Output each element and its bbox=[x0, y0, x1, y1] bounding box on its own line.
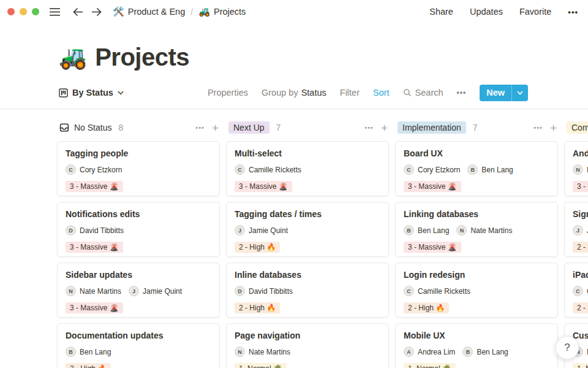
breadcrumb-separator: / bbox=[190, 7, 193, 17]
priority-tag: 2 - High 🔥 bbox=[66, 363, 111, 368]
priority-row: 2 - High 🔥 bbox=[404, 302, 549, 313]
column-add-button[interactable]: + bbox=[381, 122, 388, 134]
zoom-window-button[interactable] bbox=[32, 8, 39, 15]
priority-row: 3 - Massive 🌋 bbox=[404, 180, 549, 192]
priority-row: 3 - Massive 🌋 bbox=[66, 180, 211, 192]
favorite-button[interactable]: Favorite bbox=[519, 7, 551, 17]
column-name: Implementation bbox=[398, 121, 466, 134]
new-dropdown-button[interactable] bbox=[512, 91, 528, 95]
sort-button[interactable]: Sort bbox=[373, 88, 390, 98]
board-card[interactable]: Tagging peopleCCory Etzkorn3 - Massive 🌋 bbox=[57, 141, 220, 196]
board-card[interactable]: Sidebar updatesNNate MartinsJJamie Quint… bbox=[57, 263, 220, 318]
view-controls: Properties Group by Status Filter Sort S… bbox=[208, 85, 528, 101]
breadcrumb-label: Product & Eng bbox=[128, 7, 186, 17]
board-card[interactable]: Board UXCCory EtzkornBBen Lang3 - Massiv… bbox=[395, 141, 558, 196]
board-card[interactable]: Page navigationNNate Martins1- Normal 🌴 bbox=[226, 323, 389, 368]
group-by-button[interactable]: Group by Status bbox=[262, 88, 326, 98]
column-more-button[interactable]: ••• bbox=[364, 124, 374, 131]
column-add-button[interactable]: + bbox=[550, 122, 557, 134]
card-title: Sign in flow bbox=[573, 209, 588, 219]
kanban-board: No Status8•••+Tagging peopleCCory Etzkor… bbox=[0, 109, 588, 368]
board-card[interactable]: iPad appCCamille Ricketts2 - High 🔥 bbox=[564, 263, 588, 318]
card-assignees: CCamille Ricketts bbox=[404, 286, 549, 296]
forward-icon[interactable] bbox=[89, 5, 103, 18]
share-button[interactable]: Share bbox=[429, 7, 453, 17]
card-assignees: CCory Etzkorn bbox=[66, 164, 211, 175]
view-more-icon[interactable]: ••• bbox=[457, 88, 467, 97]
card-assignees: JJamie Quint bbox=[573, 225, 588, 236]
board-card[interactable]: Sign in flowJJamie Quint2 - High 🔥 bbox=[564, 202, 588, 257]
minimize-window-button[interactable] bbox=[20, 8, 27, 15]
priority-row: 2 - High 🔥 bbox=[66, 362, 211, 368]
avatar: D bbox=[235, 286, 245, 296]
board-card[interactable]: Linking databasesBBen LangNNate Martins3… bbox=[395, 202, 558, 257]
board-card[interactable]: Notifications editsDDavid Tibbitts3 - Ma… bbox=[57, 202, 220, 257]
column-more-button[interactable]: ••• bbox=[195, 124, 205, 131]
card-title: iPad app bbox=[573, 270, 588, 280]
page-title: Projects bbox=[95, 44, 189, 71]
card-title: Android app bbox=[573, 148, 588, 158]
assignee: JJamie Quint bbox=[573, 225, 588, 236]
help-button[interactable]: ? bbox=[556, 336, 579, 359]
avatar: C bbox=[404, 286, 414, 296]
card-assignees: DDavid Tibbitts bbox=[66, 225, 211, 236]
priority-tag: 1- Normal 🌴 bbox=[573, 363, 588, 368]
board-card[interactable]: Inline databasesDDavid Tibbitts2 - High … bbox=[226, 263, 389, 318]
assignee-name: Camille Ricketts bbox=[249, 166, 301, 174]
assignee: DDavid Tibbitts bbox=[235, 286, 293, 296]
avatar: C bbox=[66, 164, 76, 175]
breadcrumb-item-page[interactable]: 🚜 Projects bbox=[198, 6, 246, 17]
avatar: C bbox=[235, 164, 245, 175]
assignee: BBen Lang bbox=[66, 347, 111, 357]
column-name: Next Up bbox=[228, 121, 270, 134]
column-count: 8 bbox=[118, 123, 123, 132]
search-button[interactable]: Search bbox=[403, 88, 443, 98]
assignee: CCory Etzkorn bbox=[404, 164, 460, 175]
board-card[interactable]: Mobile UXAAndrea LimBBen Lang1- Normal 🌴 bbox=[395, 323, 558, 368]
board-card[interactable]: Documentation updatesBBen Lang2 - High 🔥 bbox=[57, 323, 220, 368]
new-button[interactable]: New bbox=[480, 85, 528, 101]
filter-button[interactable]: Filter bbox=[340, 88, 360, 98]
assignee: JJamie Quint bbox=[129, 286, 182, 296]
assignee-name: Nate Martins bbox=[80, 287, 121, 296]
view-switcher[interactable]: By Status bbox=[59, 88, 124, 98]
column-more-button[interactable]: ••• bbox=[533, 124, 543, 131]
assignee: AAndrea Lim bbox=[404, 347, 455, 357]
avatar: J bbox=[235, 225, 245, 236]
priority-tag: 3 - Massive 🌋 bbox=[404, 242, 461, 253]
board-card[interactable]: Multi-selectCCamille Ricketts3 - Massive… bbox=[226, 141, 389, 196]
breadcrumb: 🛠️ Product & Eng / 🚜 Projects bbox=[113, 6, 246, 17]
no-status-icon bbox=[59, 123, 69, 132]
tractor-icon[interactable]: 🚜 bbox=[59, 44, 87, 71]
avatar: B bbox=[462, 347, 473, 357]
priority-tag: 2 - High 🔥 bbox=[235, 302, 280, 313]
card-assignees: NNate Martins bbox=[573, 164, 588, 175]
assignee: NNate Martins bbox=[456, 225, 512, 236]
column-add-button[interactable]: + bbox=[212, 122, 219, 134]
assignee-name: Ben Lang bbox=[481, 166, 513, 174]
card-assignees: BBen Lang bbox=[66, 347, 211, 357]
card-title: Multi-select bbox=[235, 148, 380, 158]
board-card[interactable]: Login redesignCCamille Ricketts2 - High … bbox=[395, 263, 558, 318]
avatar: N bbox=[456, 225, 467, 236]
updates-button[interactable]: Updates bbox=[470, 7, 503, 17]
priority-tag: 3 - Massive 🌋 bbox=[235, 181, 292, 192]
board-card[interactable]: Tagging dates / timesJJamie Quint2 - Hig… bbox=[226, 202, 389, 257]
sidebar-toggle-icon[interactable] bbox=[48, 5, 61, 18]
avatar: B bbox=[404, 225, 414, 236]
card-assignees: NNate Martins bbox=[235, 347, 380, 357]
card-assignees: DDavid Tibbitts bbox=[235, 286, 380, 296]
group-by-value: Status bbox=[301, 88, 326, 98]
board-column: No Status8•••+Tagging peopleCCory Etzkor… bbox=[57, 121, 220, 368]
board-card[interactable]: Android appNNate Martins3 - Massive 🌋 bbox=[564, 141, 588, 196]
tools-icon: 🛠️ bbox=[113, 6, 124, 17]
card-assignees: CCory EtzkornBBen Lang bbox=[404, 164, 549, 175]
more-menu-icon[interactable]: ••• bbox=[568, 7, 578, 17]
close-window-button[interactable] bbox=[7, 8, 15, 15]
priority-row: 1- Normal 🌴 bbox=[404, 362, 549, 368]
avatar: J bbox=[573, 225, 583, 236]
breadcrumb-item-workspace[interactable]: 🛠️ Product & Eng bbox=[113, 6, 185, 17]
back-icon[interactable] bbox=[71, 5, 85, 18]
properties-button[interactable]: Properties bbox=[208, 88, 248, 98]
assignee: CCamille Ricketts bbox=[573, 286, 588, 296]
